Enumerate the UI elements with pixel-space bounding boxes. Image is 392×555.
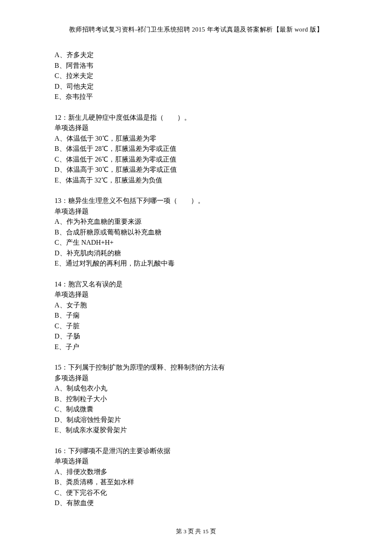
option-b: B、阿昔洛韦 bbox=[55, 61, 337, 71]
question-stem: 14：胞宫又名有误的是 bbox=[55, 279, 337, 290]
option-e: E、体温高于 32℃，肛腋温差为负值 bbox=[55, 175, 337, 186]
option-a: A、齐多夫定 bbox=[55, 50, 337, 61]
partial-question-options: A、齐多夫定 B、阿昔洛韦 C、拉米夫定 D、司他夫定 E、奈韦拉平 bbox=[55, 50, 337, 102]
option-c: C、体温低于 26℃，肛腋温差为零或正值 bbox=[55, 154, 337, 165]
question-stem: 12：新生儿硬肿症中度低体温是指（ ）。 bbox=[55, 113, 337, 123]
question-stem: 13：糖异生生理意义不包括下列哪一项（ ）。 bbox=[55, 196, 337, 206]
question-type: 单项选择题 bbox=[55, 206, 337, 217]
option-c: C、制成微囊 bbox=[55, 404, 337, 415]
question-type: 多项选择题 bbox=[55, 373, 337, 384]
option-b: B、控制粒子大小 bbox=[55, 394, 337, 405]
option-c: C、产生 NADH+H+ bbox=[55, 237, 337, 248]
header-title: 教师招聘考试复习资料-祁门卫生系统招聘 2015 年考试真题及答案解析【最新 w… bbox=[69, 26, 323, 33]
question-15: 15：下列属于控制扩散为原理的缓释、控释制剂的方法有 多项选择题 A、制成包衣小… bbox=[55, 362, 337, 436]
option-d: D、司他夫定 bbox=[55, 81, 337, 92]
option-d: D、补充肌肉消耗的糖 bbox=[55, 248, 337, 259]
question-type: 单项选择题 bbox=[55, 456, 337, 467]
content-body: A、齐多夫定 B、阿昔洛韦 C、拉米夫定 D、司他夫定 E、奈韦拉平 12：新生… bbox=[55, 50, 337, 509]
option-c: C、子脏 bbox=[55, 321, 337, 332]
option-e: E、制成亲水凝胶骨架片 bbox=[55, 425, 337, 436]
option-a: A、作为补充血糖的重要来源 bbox=[55, 217, 337, 227]
question-type: 单项选择题 bbox=[55, 123, 337, 133]
option-b: B、体温低于 28℃，肛腋温差为零或正值 bbox=[55, 144, 337, 154]
option-e: E、通过对乳酸的再利用，防止乳酸中毒 bbox=[55, 258, 337, 269]
option-d: D、制成溶蚀性骨架片 bbox=[55, 415, 337, 425]
option-b: B、子痫 bbox=[55, 310, 337, 321]
option-a: A、女子胞 bbox=[55, 300, 337, 311]
question-type: 单项选择题 bbox=[55, 289, 337, 300]
question-12: 12：新生儿硬肿症中度低体温是指（ ）。 单项选择题 A、体温低于 30℃，肛腋… bbox=[55, 113, 337, 186]
question-stem: 15：下列属于控制扩散为原理的缓释、控释制剂的方法有 bbox=[55, 362, 337, 373]
option-c: C、便下完谷不化 bbox=[55, 488, 337, 498]
option-e: E、子户 bbox=[55, 342, 337, 353]
option-b: B、合成肝糖原或葡萄糖以补充血糖 bbox=[55, 227, 337, 238]
page: 教师招聘考试复习资料-祁门卫生系统招聘 2015 年考试真题及答案解析【最新 w… bbox=[0, 0, 392, 555]
page-footer: 第 3 页 共 15 页 bbox=[0, 528, 392, 535]
option-b: B、粪质清稀，甚至如水样 bbox=[55, 477, 337, 488]
option-a: A、排便次数增多 bbox=[55, 467, 337, 477]
page-header: 教师招聘考试复习资料-祁门卫生系统招聘 2015 年考试真题及答案解析【最新 w… bbox=[55, 26, 337, 34]
option-e: E、奈韦拉平 bbox=[55, 92, 337, 102]
option-d: D、体温高于 30℃，肛腋温差为零或正值 bbox=[55, 165, 337, 175]
option-a: A、制成包衣小丸 bbox=[55, 383, 337, 394]
option-d: D、有脓血便 bbox=[55, 498, 337, 509]
question-stem: 16：下列哪项不是泄泻的主要诊断依据 bbox=[55, 446, 337, 457]
question-13: 13：糖异生生理意义不包括下列哪一项（ ）。 单项选择题 A、作为补充血糖的重要… bbox=[55, 196, 337, 269]
option-a: A、体温低于 30℃，肛腋温差为零 bbox=[55, 133, 337, 144]
question-16: 16：下列哪项不是泄泻的主要诊断依据 单项选择题 A、排便次数增多 B、粪质清稀… bbox=[55, 446, 337, 509]
page-number: 第 3 页 共 15 页 bbox=[176, 528, 216, 535]
option-c: C、拉米夫定 bbox=[55, 71, 337, 81]
option-d: D、子肠 bbox=[55, 331, 337, 342]
question-14: 14：胞宫又名有误的是 单项选择题 A、女子胞 B、子痫 C、子脏 D、子肠 E… bbox=[55, 279, 337, 353]
